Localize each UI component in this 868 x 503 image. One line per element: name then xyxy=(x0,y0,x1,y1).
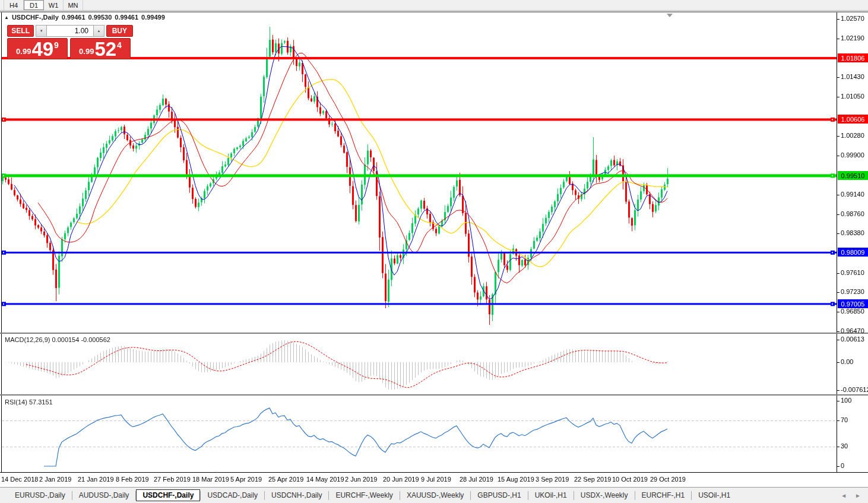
volume-increase-button[interactable]: ▲ xyxy=(93,25,104,37)
volume-input[interactable] xyxy=(47,25,93,37)
timeframe-button-d1[interactable]: D1 xyxy=(24,0,44,10)
price-tick-label: 1.02190 xyxy=(841,34,864,42)
timeframe-button-h4[interactable]: H4 xyxy=(4,0,24,10)
hline-price-label[interactable]: 0.99510 xyxy=(838,171,868,180)
rsi-tick-label: 100 xyxy=(841,397,851,404)
date-tick-label: 2 Jun 2019 xyxy=(345,476,377,483)
chart-tab-bar: EURUSD-,DailyAUDUSD-,DailyUSDCHF-,DailyU… xyxy=(0,487,868,503)
rsi-tick-label: 0 xyxy=(841,462,844,469)
date-tick-label: 5 Apr 2019 xyxy=(230,476,262,483)
sell-price-prefix: 0.99 xyxy=(16,47,31,56)
price-tick-label: 0.98380 xyxy=(841,229,864,236)
price-tick-label: 1.01050 xyxy=(841,93,864,100)
scroll-right-icon[interactable]: ► xyxy=(855,492,861,499)
date-tick-label: 22 Sep 2019 xyxy=(574,476,611,483)
volume-decrease-button[interactable]: ▼ xyxy=(36,25,47,37)
tab-eurusd-daily[interactable]: EURUSD-,Daily xyxy=(8,489,72,501)
date-tick-label: 27 Feb 2019 xyxy=(154,476,191,483)
scroll-left-icon[interactable]: ◄ xyxy=(841,492,847,499)
date-tick-label: 25 Apr 2019 xyxy=(268,476,303,483)
sell-price-pip: 9 xyxy=(54,40,59,50)
date-tick-label: 10 Oct 2019 xyxy=(612,476,648,483)
hline-price-label[interactable]: 1.00606 xyxy=(838,115,868,124)
tab-usdcnh-daily[interactable]: USDCNH-,Daily xyxy=(265,489,328,501)
hline-price-label[interactable]: 0.98009 xyxy=(838,248,868,257)
tab-gbpusd-h1[interactable]: GBPUSD-,H1 xyxy=(471,489,527,501)
timeframe-button-w1[interactable]: W1 xyxy=(44,0,64,10)
chart-title: ▲ USDCHF-,Daily 0.99461 0.99530 0.99461 … xyxy=(4,14,165,21)
price-tick-label: 1.02570 xyxy=(841,15,864,22)
date-tick-label: 2 Jan 2019 xyxy=(39,476,71,483)
buy-price-prefix: 0.99 xyxy=(79,47,94,56)
price-tick-label: 0.99900 xyxy=(841,151,864,159)
sell-price-box[interactable]: 0.99 49 9 xyxy=(7,38,68,59)
tab-audusd-daily[interactable]: AUDUSD-,Daily xyxy=(72,489,136,501)
tab-usoil-h1[interactable]: USOil-,H1 xyxy=(692,489,737,501)
date-tick-label: 8 Feb 2019 xyxy=(116,476,149,483)
ohlc-close: 0.99499 xyxy=(141,14,165,21)
trading-app-window: H4D1W1MN ▲ USDCHF-,Daily 0.99461 0.99530… xyxy=(0,0,868,503)
ohlc-open: 0.99461 xyxy=(62,14,85,21)
date-tick-label: 28 Jul 2019 xyxy=(460,476,493,483)
one-click-trade-panel: SELL ▼ ▲ BUY 0.99 49 9 0.99 52 4 xyxy=(7,25,133,59)
rsi-tick-label: 30 xyxy=(841,442,848,450)
macd-indicator-label: MACD(12,26,9) 0.000154 -0.000562 xyxy=(5,336,110,343)
buy-price-main: 52 xyxy=(94,40,116,58)
tab-usdx-weekly[interactable]: USDX-,Weekly xyxy=(574,489,635,501)
date-tick-label: 15 Aug 2019 xyxy=(498,476,534,483)
buy-price-box[interactable]: 0.99 52 4 xyxy=(70,38,131,59)
tab-eurchf-h1[interactable]: EURCHF-,H1 xyxy=(635,489,692,501)
symbol-label: USDCHF-,Daily xyxy=(12,14,59,21)
price-tick-label: 0.96470 xyxy=(841,327,864,334)
macd-tick-label: 0.00613 xyxy=(841,336,864,343)
tab-ukoil-h1[interactable]: UKOil-,H1 xyxy=(528,489,574,501)
date-tick-label: 9 Jul 2019 xyxy=(421,476,451,483)
date-tick-label: 20 Jun 2019 xyxy=(383,476,419,483)
date-tick-label: 14 May 2019 xyxy=(306,476,344,483)
hline-price-label[interactable]: 0.97005 xyxy=(838,299,868,308)
sell-price-main: 49 xyxy=(31,40,53,58)
date-tick-label: 18 Mar 2019 xyxy=(192,476,229,483)
rsi-tick-label: 70 xyxy=(841,416,848,423)
price-tick-label: 0.99140 xyxy=(841,191,864,198)
tabs: EURUSD-,DailyAUDUSD-,DailyUSDCHF-,DailyU… xyxy=(8,489,737,501)
timeframe-toolbar: H4D1W1MN xyxy=(0,0,868,11)
sell-button[interactable]: SELL xyxy=(7,25,34,37)
hline-price-label[interactable]: 1.01806 xyxy=(838,53,868,62)
tab-xauusd-weekly[interactable]: XAUUSD-,Weekly xyxy=(400,489,470,501)
price-tick-label: 0.97610 xyxy=(841,269,864,276)
arrow-down-icon: ▼ xyxy=(40,29,43,33)
collapse-panel-icon[interactable]: ▲ xyxy=(4,15,9,20)
price-chart-canvas[interactable] xyxy=(0,11,868,487)
macd-tick-label: -0.007612 xyxy=(841,386,868,393)
price-tick-label: 1.01430 xyxy=(841,73,864,80)
price-tick-label: 0.96850 xyxy=(841,308,864,315)
buy-price-pip: 4 xyxy=(117,40,122,50)
price-tick-label: 0.97230 xyxy=(841,288,864,295)
price-tick-label: 0.98760 xyxy=(841,210,864,217)
macd-tick-label: 0.00 xyxy=(841,358,853,365)
price-tick-label: 1.00280 xyxy=(841,132,864,139)
ohlc-high: 0.99530 xyxy=(88,14,112,21)
timeframe-button-mn[interactable]: MN xyxy=(64,0,83,10)
arrow-up-icon: ▲ xyxy=(97,29,100,33)
date-tick-label: 21 Jan 2019 xyxy=(78,476,114,483)
rsi-indicator-label: RSI(14) 57.3151 xyxy=(5,398,53,406)
date-tick-label: 29 Oct 2019 xyxy=(650,476,686,483)
tab-eurchf-weekly[interactable]: EURCHF-,Weekly xyxy=(329,489,399,501)
buy-button[interactable]: BUY xyxy=(106,25,133,37)
date-tick-label: 14 Dec 2018 xyxy=(1,476,38,483)
tab-usdcad-daily[interactable]: USDCAD-,Daily xyxy=(201,489,264,501)
tab-scroll-buttons: ◄ ► xyxy=(841,488,861,503)
ohlc-low: 0.99461 xyxy=(115,14,138,21)
tab-usdchf-daily[interactable]: USDCHF-,Daily xyxy=(136,489,200,501)
date-tick-label: 3 Sep 2019 xyxy=(536,476,569,483)
